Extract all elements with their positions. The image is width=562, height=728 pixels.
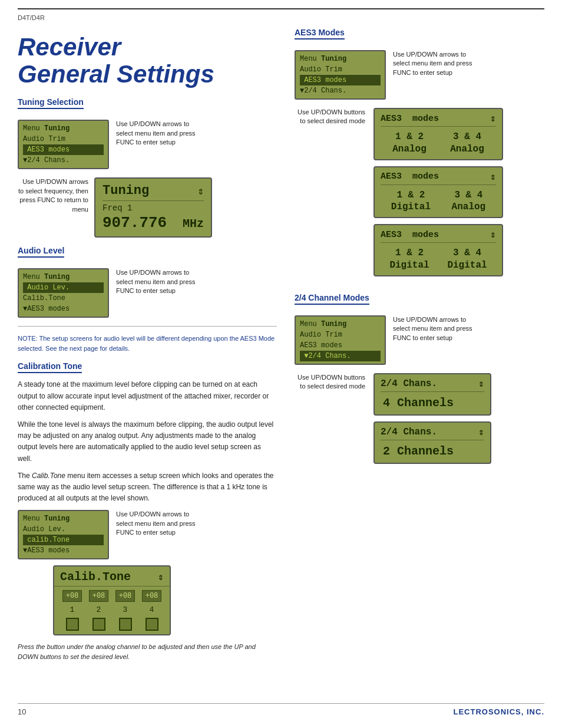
tuning-screen1-note: Use UP/DOWN arrows to select menu item a…	[116, 120, 199, 147]
calib-val-3: +08	[115, 590, 135, 602]
calib-body1: A steady tone at the maximum level befor…	[18, 379, 277, 413]
chan-mode-4ch: 2/4 Chans. ⇕ 4 Channels	[373, 373, 491, 416]
aes3-mode-digital-digital: AES3 modes ⇕ 1 & 2 Digital 3 & 4 Digital	[373, 224, 503, 276]
channel-screen-note: Use UP/DOWN arrows to select menu item a…	[393, 315, 475, 342]
tuning-menu-lcd: Menu Tuning Audio Trim AES3 modes ▼2/4 C…	[18, 120, 109, 169]
channel-modes-section: 2/4 Channel Modes Menu Tuning Audio Trim…	[295, 293, 544, 469]
aes3-mode-analog-analog: AES3 modes ⇕ 1 & 2 Analog 3 & 4 Analog	[373, 108, 503, 160]
calib-val-4: +08	[142, 590, 162, 602]
doc-id: D4T/D4R	[18, 14, 45, 21]
calib-btn-2[interactable]	[92, 618, 105, 631]
brand-name: LECTROSONICS, INC.	[453, 707, 544, 716]
calibration-tone-section: Calibration Tone A steady tone at the ma…	[18, 361, 277, 661]
audio-level-sub-note: NOTE: The setup screens for audio level …	[18, 334, 277, 353]
aes3-mode-digital-analog: AES3 modes ⇕ 1 & 2 Digital 3 & 4 Analog	[373, 166, 503, 219]
tuning-screen2-note: Use UP/DOWN arrows to select frequency, …	[18, 177, 88, 214]
calib-screen-note: Use UP/DOWN arrows to select menu item a…	[116, 510, 199, 537]
calib-caption: Press the button under the analog channe…	[18, 642, 277, 661]
channel-buttons-note: Use UP/DOWN buttons to select desired mo…	[295, 373, 365, 391]
calib-menu-lcd: Menu Tuning Audio Lev. calib.Tone ▼AES3 …	[18, 510, 109, 559]
page-title: Receiver General Settings	[18, 34, 277, 88]
audio-level-section: Audio Level Menu Tuning Audio Lev. Calib…	[18, 246, 277, 353]
audio-level-heading: Audio Level	[18, 246, 64, 258]
channel-menu-lcd: Menu Tuning Audio Trim AES3 modes ▼2/4 C…	[295, 315, 386, 365]
aes3-screen-note: Use UP/DOWN arrows to select menu item a…	[393, 50, 475, 77]
calib-btn-1[interactable]	[66, 618, 79, 631]
aes3-heading: AES3 Modes	[295, 28, 345, 39]
calibration-tone-heading: Calibration Tone	[18, 361, 82, 373]
tuning-selection-section: Tuning Selection Menu Tuning Audio Trim …	[18, 97, 277, 238]
calib-tone-lcd: Calib.Tone ⇕ +08 +08 +08 +08 1 2 3 4	[53, 565, 171, 635]
calib-btn-4[interactable]	[146, 618, 158, 631]
channel-modes-heading: 2/4 Channel Modes	[295, 293, 369, 305]
calib-val-2: +08	[89, 590, 109, 602]
calib-body3: The Calib.Tone menu item accesses a setu…	[18, 470, 277, 505]
page-number: 10	[18, 707, 26, 716]
aes3-modes-section: AES3 Modes Menu Tuning Audio Trim AES3 m…	[295, 28, 544, 281]
tuning-selection-heading: Tuning Selection	[18, 97, 84, 109]
page-footer: 10 LECTROSONICS, INC.	[18, 703, 544, 716]
chan-mode-2ch: 2/4 Chans. ⇕ 2 Channels	[373, 421, 491, 464]
audio-level-note: Use UP/DOWN arrows to select menu item a…	[116, 268, 199, 295]
tuning-freq-lcd: Tuning ⇕ Freq 1 907.776 MHz	[94, 177, 212, 238]
calib-btn-3[interactable]	[119, 618, 132, 631]
calib-val-1: +08	[62, 590, 82, 602]
audio-level-lcd: Menu Tuning Audio Lev. Calib.Tone ▼AES3 …	[18, 268, 109, 318]
aes3-buttons-note: Use UP/DOWN buttons to select desired mo…	[295, 108, 365, 126]
aes3-menu-lcd: Menu Tuning Audio Trim AES3 modes ▼2/4 C…	[295, 50, 386, 100]
calib-body2: While the tone level is always the maxim…	[18, 419, 277, 465]
